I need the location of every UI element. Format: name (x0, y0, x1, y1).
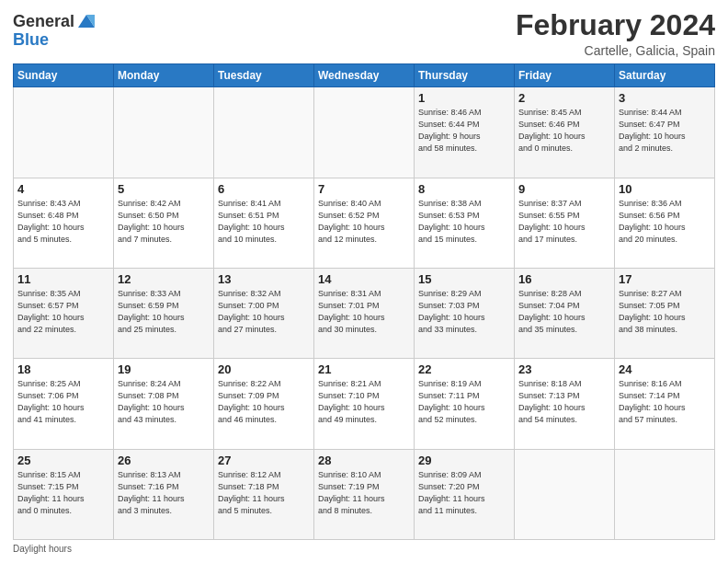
calendar-header-row: Sunday Monday Tuesday Wednesday Thursday… (14, 64, 715, 87)
daylight-label: Daylight hours (13, 544, 72, 554)
day-number: 3 (619, 91, 711, 105)
logo: General Blue (13, 13, 97, 50)
day-info: Sunrise: 8:25 AM Sunset: 7:06 PM Dayligh… (17, 378, 109, 426)
calendar-cell: 20Sunrise: 8:22 AM Sunset: 7:09 PM Dayli… (214, 359, 314, 449)
calendar-cell (314, 87, 415, 178)
calendar-cell: 2Sunrise: 8:45 AM Sunset: 6:46 PM Daylig… (515, 87, 615, 178)
logo-blue: Blue (13, 31, 97, 50)
day-number: 9 (518, 182, 610, 196)
calendar-week-1: 1Sunrise: 8:46 AM Sunset: 6:44 PM Daylig… (14, 87, 715, 178)
calendar-week-2: 4Sunrise: 8:43 AM Sunset: 6:48 PM Daylig… (14, 178, 715, 268)
day-number: 26 (118, 454, 210, 467)
day-number: 13 (218, 272, 310, 286)
calendar-cell: 26Sunrise: 8:13 AM Sunset: 7:16 PM Dayli… (114, 449, 214, 539)
day-info: Sunrise: 8:24 AM Sunset: 7:08 PM Dayligh… (118, 378, 210, 426)
calendar-cell (615, 449, 715, 539)
calendar-cell: 23Sunrise: 8:18 AM Sunset: 7:13 PM Dayli… (515, 359, 615, 449)
calendar-cell: 4Sunrise: 8:43 AM Sunset: 6:48 PM Daylig… (14, 178, 114, 268)
day-number: 27 (218, 454, 310, 467)
calendar-week-5: 25Sunrise: 8:15 AM Sunset: 7:15 PM Dayli… (14, 449, 715, 539)
calendar-table: Sunday Monday Tuesday Wednesday Thursday… (13, 63, 715, 540)
calendar-cell: 5Sunrise: 8:42 AM Sunset: 6:50 PM Daylig… (114, 178, 214, 268)
day-info: Sunrise: 8:43 AM Sunset: 6:48 PM Dayligh… (17, 198, 109, 246)
calendar-cell (515, 449, 615, 539)
calendar-cell (14, 87, 114, 178)
logo-text: General Blue (13, 13, 97, 50)
day-info: Sunrise: 8:27 AM Sunset: 7:05 PM Dayligh… (619, 288, 711, 336)
calendar-cell: 10Sunrise: 8:36 AM Sunset: 6:56 PM Dayli… (615, 178, 715, 268)
day-info: Sunrise: 8:19 AM Sunset: 7:11 PM Dayligh… (418, 378, 510, 426)
day-number: 19 (118, 362, 210, 376)
day-info: Sunrise: 8:46 AM Sunset: 6:44 PM Dayligh… (418, 107, 510, 155)
calendar-week-3: 11Sunrise: 8:35 AM Sunset: 6:57 PM Dayli… (14, 268, 715, 358)
col-saturday: Saturday (615, 64, 715, 87)
day-info: Sunrise: 8:40 AM Sunset: 6:52 PM Dayligh… (318, 198, 410, 246)
logo-icon (76, 11, 97, 31)
day-info: Sunrise: 8:21 AM Sunset: 7:10 PM Dayligh… (318, 378, 410, 426)
day-info: Sunrise: 8:15 AM Sunset: 7:15 PM Dayligh… (17, 469, 109, 517)
calendar-cell: 13Sunrise: 8:32 AM Sunset: 7:00 PM Dayli… (214, 268, 314, 358)
page: General Blue February 2024 Cartelle, Gal… (0, 0, 728, 563)
day-number: 25 (17, 454, 109, 467)
calendar-cell: 24Sunrise: 8:16 AM Sunset: 7:14 PM Dayli… (615, 359, 715, 449)
day-info: Sunrise: 8:31 AM Sunset: 7:01 PM Dayligh… (318, 288, 410, 336)
day-number: 17 (619, 272, 711, 286)
day-number: 5 (118, 182, 210, 196)
calendar-cell: 15Sunrise: 8:29 AM Sunset: 7:03 PM Dayli… (415, 268, 515, 358)
calendar-cell: 9Sunrise: 8:37 AM Sunset: 6:55 PM Daylig… (515, 178, 615, 268)
calendar-cell (214, 87, 314, 178)
day-number: 28 (318, 454, 410, 467)
calendar-cell: 28Sunrise: 8:10 AM Sunset: 7:19 PM Dayli… (314, 449, 415, 539)
day-info: Sunrise: 8:41 AM Sunset: 6:51 PM Dayligh… (218, 198, 310, 246)
col-monday: Monday (114, 64, 214, 87)
calendar-cell: 8Sunrise: 8:38 AM Sunset: 6:53 PM Daylig… (415, 178, 515, 268)
calendar-cell: 7Sunrise: 8:40 AM Sunset: 6:52 PM Daylig… (314, 178, 415, 268)
day-info: Sunrise: 8:29 AM Sunset: 7:03 PM Dayligh… (418, 288, 510, 336)
day-number: 10 (619, 182, 711, 196)
day-info: Sunrise: 8:45 AM Sunset: 6:46 PM Dayligh… (518, 107, 610, 155)
day-number: 2 (518, 91, 610, 105)
day-info: Sunrise: 8:35 AM Sunset: 6:57 PM Dayligh… (17, 288, 109, 336)
day-info: Sunrise: 8:37 AM Sunset: 6:55 PM Dayligh… (518, 198, 610, 246)
day-number: 20 (218, 362, 310, 376)
calendar-cell: 16Sunrise: 8:28 AM Sunset: 7:04 PM Dayli… (515, 268, 615, 358)
calendar-cell: 19Sunrise: 8:24 AM Sunset: 7:08 PM Dayli… (114, 359, 214, 449)
day-number: 14 (318, 272, 410, 286)
col-friday: Friday (515, 64, 615, 87)
day-info: Sunrise: 8:13 AM Sunset: 7:16 PM Dayligh… (118, 469, 210, 517)
day-info: Sunrise: 8:33 AM Sunset: 6:59 PM Dayligh… (118, 288, 210, 336)
calendar-cell: 3Sunrise: 8:44 AM Sunset: 6:47 PM Daylig… (615, 87, 715, 178)
day-number: 15 (418, 272, 510, 286)
calendar-cell: 29Sunrise: 8:09 AM Sunset: 7:20 PM Dayli… (415, 449, 515, 539)
day-info: Sunrise: 8:32 AM Sunset: 7:00 PM Dayligh… (218, 288, 310, 336)
calendar-cell: 27Sunrise: 8:12 AM Sunset: 7:18 PM Dayli… (214, 449, 314, 539)
day-number: 6 (218, 182, 310, 196)
calendar-week-4: 18Sunrise: 8:25 AM Sunset: 7:06 PM Dayli… (14, 359, 715, 449)
title-block: February 2024 Cartelle, Galicia, Spain (516, 9, 715, 58)
calendar-cell: 25Sunrise: 8:15 AM Sunset: 7:15 PM Dayli… (14, 449, 114, 539)
day-info: Sunrise: 8:12 AM Sunset: 7:18 PM Dayligh… (218, 469, 310, 517)
logo-general: General (13, 13, 74, 31)
day-info: Sunrise: 8:10 AM Sunset: 7:19 PM Dayligh… (318, 469, 410, 517)
day-info: Sunrise: 8:42 AM Sunset: 6:50 PM Dayligh… (118, 198, 210, 246)
calendar-cell: 14Sunrise: 8:31 AM Sunset: 7:01 PM Dayli… (314, 268, 415, 358)
title-month: February 2024 (516, 9, 715, 41)
col-sunday: Sunday (14, 64, 114, 87)
day-info: Sunrise: 8:22 AM Sunset: 7:09 PM Dayligh… (218, 378, 310, 426)
calendar-cell: 12Sunrise: 8:33 AM Sunset: 6:59 PM Dayli… (114, 268, 214, 358)
day-info: Sunrise: 8:28 AM Sunset: 7:04 PM Dayligh… (518, 288, 610, 336)
calendar-cell: 18Sunrise: 8:25 AM Sunset: 7:06 PM Dayli… (14, 359, 114, 449)
calendar-cell: 17Sunrise: 8:27 AM Sunset: 7:05 PM Dayli… (615, 268, 715, 358)
day-number: 16 (518, 272, 610, 286)
day-number: 23 (518, 362, 610, 376)
day-number: 1 (418, 91, 510, 105)
day-number: 18 (17, 362, 109, 376)
day-number: 11 (17, 272, 109, 286)
day-number: 8 (418, 182, 510, 196)
header: General Blue February 2024 Cartelle, Gal… (13, 9, 715, 58)
day-number: 21 (318, 362, 410, 376)
day-number: 29 (418, 454, 510, 467)
calendar-cell (114, 87, 214, 178)
day-info: Sunrise: 8:36 AM Sunset: 6:56 PM Dayligh… (619, 198, 711, 246)
day-number: 7 (318, 182, 410, 196)
